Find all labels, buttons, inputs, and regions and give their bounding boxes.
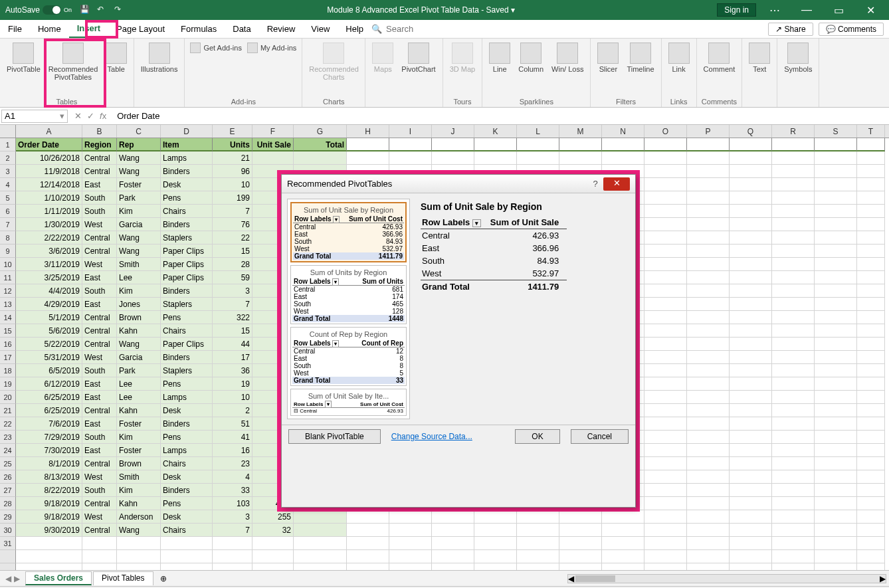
pivot-thumb[interactable]: Sum of Unit Sale by RegionRow Labels ▾Su…: [290, 202, 407, 262]
col-header-S[interactable]: S: [815, 125, 857, 138]
dialog-titlebar[interactable]: Recommended PivotTables ? ✕: [282, 175, 635, 193]
ribbon: PivotTableRecommended PivotTablesTableTa…: [0, 39, 889, 108]
col-header-A[interactable]: A: [16, 125, 82, 138]
col-header-B[interactable]: B: [82, 125, 117, 138]
col-header-H[interactable]: H: [347, 125, 389, 138]
tab-home[interactable]: Home: [30, 20, 69, 38]
col-header-M[interactable]: M: [559, 125, 602, 138]
ribbon-link[interactable]: Link: [666, 41, 692, 74]
change-source-data-link[interactable]: Change Source Data...: [391, 432, 472, 441]
sheet-nav-next-icon[interactable]: ▶: [14, 574, 20, 583]
horizontal-scrollbar[interactable]: ◀▶: [567, 574, 886, 583]
ribbon-tabs: FileHomeInsertPage LayoutFormulasDataRev…: [0, 20, 889, 39]
pivot-thumb[interactable]: Sum of Unit Sale by Ite...Row Labels ▾Su…: [290, 389, 407, 416]
ribbon-timeline[interactable]: Timeline: [624, 41, 656, 74]
blank-pivottable-button[interactable]: Blank PivotTable: [288, 429, 381, 444]
col-header-T[interactable]: T: [857, 125, 885, 138]
col-header-G[interactable]: G: [294, 125, 347, 138]
tab-page-layout[interactable]: Page Layout: [108, 20, 173, 38]
minimize-icon[interactable]: —: [793, 4, 820, 16]
quick-access-toolbar: 💾 ↶ ↷: [80, 5, 125, 15]
ribbon-illustrations[interactable]: Illustrations: [138, 41, 181, 74]
col-header-I[interactable]: I: [389, 125, 432, 138]
col-header-Q[interactable]: Q: [730, 125, 772, 138]
col-header-R[interactable]: R: [772, 125, 815, 138]
ribbon-maps: Maps: [369, 41, 396, 74]
ribbon-text[interactable]: Text: [746, 41, 773, 74]
title-bar: AutoSave On 💾 ↶ ↷ Module 8 Advanced Exce…: [0, 0, 889, 20]
new-sheet-button[interactable]: ⊕: [160, 574, 167, 583]
tab-data[interactable]: Data: [225, 20, 258, 38]
preview-title: Sum of Unit Sale by Region: [421, 201, 625, 212]
ribbon-recommended-pivottables[interactable]: Recommended PivotTables: [46, 41, 100, 82]
col-header-P[interactable]: P: [687, 125, 730, 138]
dialog-help-icon[interactable]: ?: [587, 179, 603, 189]
tab-insert[interactable]: Insert: [69, 20, 108, 38]
preview-pivot-table: Row Labels ▾Sum of Unit SaleCentral426.9…: [421, 216, 567, 293]
sign-in-button[interactable]: Sign in: [717, 3, 756, 17]
fx-icon[interactable]: fx: [100, 111, 106, 121]
name-box[interactable]: A1▾: [1, 110, 68, 123]
tab-view[interactable]: View: [303, 20, 338, 38]
comments-button[interactable]: 💬 Comments: [819, 23, 884, 36]
search-icon[interactable]: 🔍: [371, 24, 382, 34]
search-input[interactable]: [386, 24, 466, 34]
recommended-pivottables-dialog: Recommended PivotTables ? ✕ Sum of Unit …: [281, 174, 636, 508]
undo-icon[interactable]: ↶: [97, 5, 108, 15]
autosave-label: AutoSave: [5, 5, 40, 15]
autosave-toggle[interactable]: AutoSave On: [5, 5, 72, 15]
sheet-nav-prev-icon[interactable]: ◀: [5, 574, 11, 583]
ribbon-my-add-ins[interactable]: My Add-ins: [246, 41, 298, 54]
pivot-thumbnails-list[interactable]: Sum of Unit Sale by RegionRow Labels ▾Su…: [287, 199, 410, 419]
ribbon-pivotchart[interactable]: PivotChart: [399, 41, 438, 74]
ribbon--d-map: 3D Map: [447, 41, 478, 74]
dialog-close-icon[interactable]: ✕: [603, 177, 630, 191]
dialog-title: Recommended PivotTables: [287, 179, 392, 189]
enter-icon[interactable]: ✓: [87, 111, 94, 121]
sheet-tab-sales-orders[interactable]: Sales Orders: [25, 571, 92, 585]
sheet-tab-bar: ◀ ▶ Sales OrdersPivot Tables ⊕ ◀▶: [0, 570, 889, 586]
tab-review[interactable]: Review: [259, 20, 304, 38]
autosave-state: On: [64, 7, 72, 13]
ribbon-column[interactable]: Column: [516, 41, 546, 74]
tab-formulas[interactable]: Formulas: [173, 20, 225, 38]
close-icon[interactable]: ✕: [857, 4, 884, 17]
ribbon-display-icon[interactable]: ⋯: [761, 4, 788, 17]
formula-input[interactable]: Order Date: [112, 111, 889, 121]
ribbon-table[interactable]: Table: [103, 41, 130, 74]
ribbon-get-add-ins[interactable]: Get Add-ins: [189, 41, 243, 54]
cancel-button[interactable]: Cancel: [571, 429, 629, 444]
col-header-D[interactable]: D: [161, 125, 213, 138]
col-header-O[interactable]: O: [644, 125, 687, 138]
formula-bar: A1▾ ✕ ✓ fx Order Date: [0, 108, 889, 125]
ribbon-comment[interactable]: Comment: [701, 41, 738, 74]
share-button[interactable]: ↗ Share: [768, 23, 813, 36]
col-header-J[interactable]: J: [432, 125, 474, 138]
ribbon-recommended-charts: Recommended Charts: [306, 41, 361, 82]
pivot-preview-pane: Sum of Unit Sale by Region Row Labels ▾S…: [415, 199, 630, 419]
select-all-corner[interactable]: [0, 125, 16, 138]
col-header-L[interactable]: L: [517, 125, 559, 138]
ribbon-slicer[interactable]: Slicer: [595, 41, 621, 74]
tab-help[interactable]: Help: [338, 20, 371, 38]
col-header-F[interactable]: F: [252, 125, 294, 138]
col-header-K[interactable]: K: [474, 125, 517, 138]
sheet-tab-pivot-tables[interactable]: Pivot Tables: [93, 571, 153, 585]
ribbon-win-loss[interactable]: Win/ Loss: [549, 41, 586, 74]
save-icon[interactable]: 💾: [80, 5, 90, 15]
maximize-icon[interactable]: ▭: [825, 4, 852, 17]
col-header-E[interactable]: E: [213, 125, 252, 138]
ribbon-line[interactable]: Line: [486, 41, 513, 74]
ribbon-pivottable[interactable]: PivotTable: [4, 41, 43, 74]
redo-icon[interactable]: ↷: [114, 5, 125, 15]
tab-file[interactable]: File: [0, 20, 30, 38]
ribbon-symbols[interactable]: Symbols: [781, 41, 815, 74]
document-title: Module 8 Advanced Excel Pivot Table Data…: [125, 5, 717, 15]
col-header-N[interactable]: N: [602, 125, 644, 138]
ok-button[interactable]: OK: [515, 429, 559, 444]
col-header-C[interactable]: C: [117, 125, 161, 138]
pivot-thumb[interactable]: Count of Rep by RegionRow Labels ▾Count …: [290, 327, 407, 386]
cancel-icon[interactable]: ✕: [74, 111, 82, 121]
pivot-thumb[interactable]: Sum of Units by RegionRow Labels ▾Sum of…: [290, 265, 407, 324]
